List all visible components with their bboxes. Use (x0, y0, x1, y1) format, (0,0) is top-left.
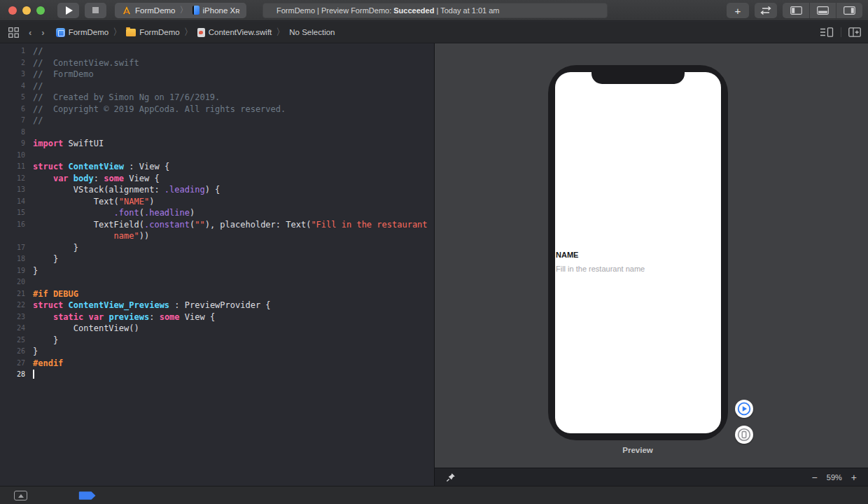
code-line[interactable]: 10 (0, 150, 434, 162)
scheme-chevron-icon: 〉 (179, 4, 189, 16)
device-bezel: NAME Fill in the restaurant name (548, 65, 728, 440)
preview-name-label: NAME (556, 251, 578, 259)
line-number: 3 (0, 69, 25, 80)
code-line[interactable]: 18 } (0, 253, 434, 265)
code-line[interactable]: 21#if DEBUG (0, 288, 434, 300)
editor-mode-button[interactable] (755, 3, 777, 18)
code-line[interactable]: 26} (0, 346, 434, 358)
zoom-level[interactable]: 59% (827, 473, 842, 482)
code-text: // (33, 115, 43, 127)
code-line[interactable]: 12 var body: some View { (0, 173, 434, 185)
breadcrumb-separator: 〉 (276, 26, 285, 38)
breakpoints-toggle-button[interactable] (78, 491, 97, 500)
code-line[interactable]: 8 (0, 127, 434, 139)
code-text: Text("NAME") (33, 196, 154, 208)
line-number: 28 (0, 369, 25, 381)
code-line[interactable]: 9import SwiftUI (0, 138, 434, 150)
canvas-toolbar: − 59% + (435, 468, 868, 486)
breadcrumb-item[interactable]: FormDemo (126, 28, 180, 36)
code-text: struct ContentView_Previews : PreviewPro… (33, 300, 271, 312)
jump-bar: ‹ › FormDemo〉FormDemo〉ContentView.swift〉… (0, 22, 868, 43)
code-text: import SwiftUI (33, 138, 104, 150)
breadcrumb: FormDemo〉FormDemo〉ContentView.swift〉No S… (56, 26, 335, 38)
triangle-up-icon (18, 494, 24, 498)
code-line[interactable]: 27#endif (0, 358, 434, 370)
folder-icon (126, 29, 136, 36)
code-text: #if DEBUG (33, 288, 78, 300)
back-button[interactable]: ‹ (29, 27, 31, 38)
code-line[interactable]: 20 (0, 276, 434, 288)
preview-on-device-button[interactable] (735, 426, 753, 444)
line-number: 17 (0, 242, 25, 254)
zoom-window-button[interactable] (36, 6, 45, 15)
code-text: #endif (33, 358, 63, 370)
line-number: 11 (0, 161, 25, 173)
code-line[interactable]: 1// (0, 46, 434, 57)
code-line[interactable]: 4// (0, 80, 434, 92)
activity-status-bar[interactable]: FormDemo | Preview FormDemo: Succeeded |… (262, 3, 608, 18)
code-line[interactable]: 16 TextField(.constant(""), placeholder:… (0, 219, 434, 231)
code-line[interactable]: 2// ContentView.swift (0, 57, 434, 69)
device-screen[interactable]: NAME Fill in the restaurant name (555, 72, 721, 433)
code-text: // Copyright © 2019 AppCoda. All rights … (33, 104, 286, 115)
line-number: 12 (0, 173, 25, 185)
breadcrumb-label: ContentView.swift (209, 28, 272, 36)
code-line[interactable]: 17 } (0, 242, 434, 254)
minimize-window-button[interactable] (22, 6, 31, 15)
close-window-button[interactable] (8, 6, 17, 15)
code-line[interactable]: 23 static var previews: some View { (0, 312, 434, 323)
code-line[interactable]: name")) (0, 230, 434, 242)
status-time: | Today at 1:01 am (434, 6, 499, 15)
line-number: 25 (0, 335, 25, 346)
code-line[interactable]: 22struct ContentView_Previews : PreviewP… (0, 300, 434, 312)
play-circle-icon (736, 401, 752, 416)
toggle-debug-area-button[interactable] (809, 3, 836, 18)
toggle-inspector-button[interactable] (836, 3, 862, 18)
toggle-console-button[interactable] (14, 491, 27, 500)
line-number: 1 (0, 46, 25, 57)
code-line[interactable]: 14 Text("NAME") (0, 196, 434, 208)
line-number: 18 (0, 253, 25, 265)
code-line[interactable]: 13 VStack(alignment: .leading) { (0, 184, 434, 196)
line-number: 26 (0, 346, 25, 358)
device-circle-icon (736, 427, 752, 442)
code-line[interactable]: 6// Copyright © 2019 AppCoda. All rights… (0, 104, 434, 115)
live-preview-button[interactable] (735, 400, 753, 418)
code-line[interactable]: 15 .font(.headline) (0, 207, 434, 219)
code-line[interactable]: 11struct ContentView : View { (0, 161, 434, 173)
add-editor-icon[interactable] (848, 27, 861, 37)
code-line[interactable]: 28 (0, 369, 434, 381)
forward-button[interactable]: › (41, 27, 44, 38)
code-review-icon[interactable] (820, 27, 834, 37)
zoom-in-button[interactable]: + (851, 472, 857, 483)
code-text: } (33, 265, 38, 277)
code-line[interactable]: 25 } (0, 335, 434, 346)
code-line[interactable]: 5// Created by Simon Ng on 17/6/2019. (0, 92, 434, 104)
stop-button[interactable] (85, 3, 106, 18)
breadcrumb-item[interactable]: ContentView.swift (197, 28, 272, 37)
breadcrumb-item[interactable]: FormDemo (56, 28, 109, 37)
code-text: VStack(alignment: .leading) { (33, 184, 220, 196)
code-line[interactable]: 19} (0, 265, 434, 277)
line-number: 23 (0, 312, 25, 323)
toggle-navigator-button[interactable] (783, 3, 809, 18)
zoom-out-button[interactable]: − (812, 472, 818, 483)
zoom-controls: − 59% + (812, 472, 857, 483)
pin-icon[interactable] (446, 472, 456, 482)
code-line[interactable]: 24 ContentView() (0, 323, 434, 335)
code-line[interactable]: 3// FormDemo (0, 69, 434, 80)
swift-file-icon (197, 28, 205, 37)
breadcrumb-item[interactable]: No Selection (289, 28, 335, 36)
code-text: } (33, 242, 78, 254)
code-text: static var previews: some View { (33, 312, 215, 323)
library-button[interactable]: + (727, 3, 749, 18)
code-line[interactable]: 7// (0, 115, 434, 127)
source-editor[interactable]: 1//2// ContentView.swift3// FormDemo4//5… (0, 43, 434, 486)
line-number: 5 (0, 92, 25, 104)
related-items-button[interactable] (8, 27, 19, 38)
project-icon (56, 28, 65, 37)
run-button[interactable] (57, 3, 79, 18)
line-number: 7 (0, 115, 25, 127)
scheme-selector[interactable]: FormDemo 〉 iPhone Xʀ (115, 3, 246, 18)
swap-arrows-icon (760, 6, 772, 15)
